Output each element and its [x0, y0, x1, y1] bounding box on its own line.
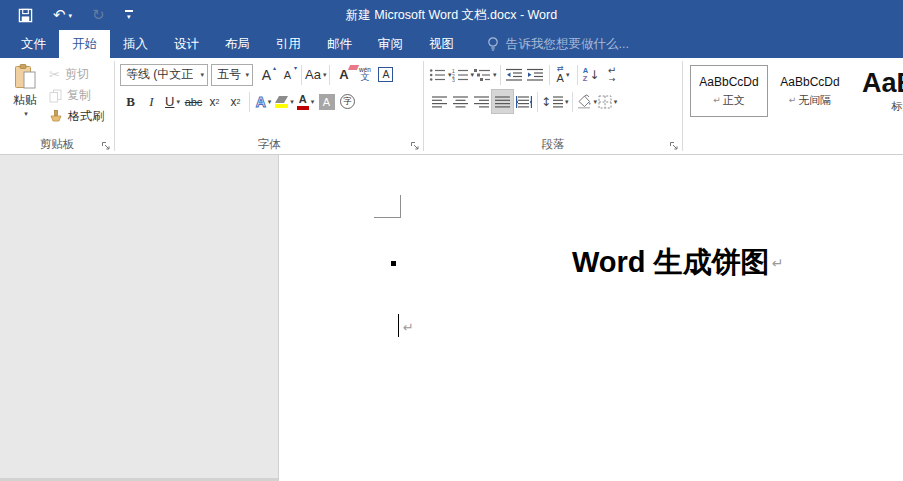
align-left-button[interactable] [429, 90, 450, 113]
document-page[interactable]: Word 生成饼图 ↵ ↵ [278, 155, 903, 481]
shading-button[interactable]: ▾ [576, 90, 598, 113]
change-case-button[interactable]: Aa▾ [305, 63, 326, 86]
style-preview: AaBbCcDd [699, 75, 758, 89]
subscript-number: 2 [216, 98, 220, 105]
undo-button[interactable]: ↶ ▾ [53, 8, 72, 23]
grow-font-button[interactable]: A▴ [256, 63, 277, 86]
tell-me-placeholder: 告诉我您想要做什么... [506, 36, 629, 53]
chevron-down-icon: ▾ [24, 110, 28, 117]
underline-button[interactable]: U▾ [162, 90, 183, 113]
multilevel-list-button[interactable]: ▾ [474, 63, 497, 86]
format-painter-label: 格式刷 [68, 108, 104, 125]
enclose-characters-button[interactable]: 字 [337, 90, 358, 113]
distribute-button[interactable] [513, 90, 534, 113]
font-name-combo[interactable]: 等线 (中文正 ▾ [120, 64, 208, 86]
text-effects-icon: A [256, 94, 266, 110]
highlighter-icon [275, 96, 288, 108]
line-spacing-button[interactable]: ↕ ▾ [541, 90, 569, 113]
style-preview: AaBbCcDd [780, 75, 839, 89]
style-normal[interactable]: AaBbCcDd ↵正文 [690, 65, 768, 117]
clear-formatting-button[interactable]: A [333, 63, 354, 86]
chevron-down-icon: ▾ [614, 98, 618, 105]
italic-label: I [149, 94, 153, 110]
align-right-button[interactable] [471, 90, 492, 113]
bullets-button[interactable]: ▾ [429, 63, 452, 86]
style-heading-1[interactable]: AaBbC 标题 1 [852, 65, 903, 117]
qat-customize-button[interactable]: ▾ [125, 10, 133, 20]
paste-button[interactable]: 粘贴 ▾ [3, 61, 47, 137]
sort-button[interactable]: AZ ↓ [581, 63, 602, 86]
subscript-button[interactable]: x2 [204, 90, 225, 113]
chevron-down-icon: ▾ [290, 98, 294, 105]
paragraph-mark-icon: ↵ [772, 255, 784, 271]
paragraph-dialog-launcher[interactable] [669, 141, 679, 151]
multilevel-list-icon [474, 68, 491, 82]
redo-button[interactable]: ↻ [92, 8, 105, 23]
italic-button[interactable]: I [141, 90, 162, 113]
styles-gallery: AaBbCcDd ↵正文 AaBbCcDd ↵无间隔 AaBbC 标题 1 [686, 61, 900, 117]
style-no-spacing[interactable]: AaBbCcDd ↵无间隔 [771, 65, 849, 117]
font-size-value: 五号 [217, 66, 241, 83]
paragraph-mark-icon: ↵ [403, 320, 414, 335]
numbered-list-icon: 123 [452, 68, 469, 82]
tab-layout[interactable]: 布局 [212, 30, 263, 58]
numbering-button[interactable]: 123 ▾ [452, 63, 475, 86]
superscript-button[interactable]: x2 [225, 90, 246, 113]
font-group-label: 字体 [118, 137, 420, 154]
tab-home[interactable]: 开始 [59, 30, 110, 58]
font-color-button[interactable]: A ▾ [295, 90, 316, 113]
text-highlight-button[interactable]: ▾ [274, 90, 295, 113]
copy-icon [49, 89, 62, 103]
character-border-icon: A [378, 67, 393, 82]
tab-label: 审阅 [378, 36, 403, 53]
tab-label: 布局 [225, 36, 250, 53]
asian-layout-button[interactable]: ⇄ A ▾ [553, 63, 574, 86]
tab-file[interactable]: 文件 [8, 30, 59, 58]
copy-button[interactable]: 复制 [49, 87, 104, 104]
character-border-button[interactable]: A [375, 63, 396, 86]
font-dialog-launcher[interactable] [410, 141, 420, 151]
strikethrough-button[interactable]: abc [183, 90, 204, 113]
shrink-font-button[interactable]: A▾ [277, 63, 298, 86]
caret-up-icon: ▴ [273, 64, 276, 71]
tab-mailings[interactable]: 邮件 [314, 30, 365, 58]
paste-label: 粘贴 [13, 92, 37, 109]
tab-insert[interactable]: 插入 [110, 30, 161, 58]
cut-button[interactable]: ✂ 剪切 [49, 66, 104, 83]
format-painter-button[interactable]: 格式刷 [49, 108, 104, 125]
justify-button[interactable] [492, 90, 513, 113]
styles-group: AaBbCcDd ↵正文 AaBbCcDd ↵无间隔 AaBbC 标题 1 [683, 58, 903, 154]
show-hide-marks-button[interactable]: ↵ → [602, 63, 623, 86]
paste-icon [13, 63, 38, 90]
increase-indent-button[interactable] [525, 63, 546, 86]
decrease-indent-button[interactable] [504, 63, 525, 86]
superscript-number: 2 [237, 98, 241, 105]
undo-icon: ↶ [53, 8, 66, 23]
borders-button[interactable]: ▾ [597, 90, 618, 113]
title-bar: ↶ ▾ ↻ ▾ 新建 Microsoft Word 文档.docx - Word [0, 0, 903, 30]
tab-view[interactable]: 视图 [416, 30, 467, 58]
tab-label: 邮件 [327, 36, 352, 53]
bold-button[interactable]: B [120, 90, 141, 113]
font-size-combo[interactable]: 五号 ▾ [211, 64, 253, 86]
tab-design[interactable]: 设计 [161, 30, 212, 58]
text-effects-button[interactable]: A▾ [253, 90, 274, 113]
ribbon: 粘贴 ▾ ✂ 剪切 复制 [0, 58, 903, 155]
decrease-indent-icon [506, 68, 523, 82]
lightbulb-icon [487, 36, 499, 52]
save-button[interactable] [18, 8, 33, 23]
phonetic-guide-button[interactable]: wén 文 [354, 63, 375, 86]
align-center-button[interactable] [450, 90, 471, 113]
tell-me-box[interactable]: 告诉我您想要做什么... [487, 30, 629, 58]
chevron-down-icon: ▾ [323, 71, 327, 78]
tab-references[interactable]: 引用 [263, 30, 314, 58]
clipboard-dialog-launcher[interactable] [101, 141, 111, 151]
document-heading[interactable]: Word 生成饼图 ↵ [572, 243, 783, 283]
copy-label: 复制 [67, 87, 91, 104]
character-shading-button[interactable]: A [316, 90, 337, 113]
underline-label: U [165, 94, 174, 109]
chevron-down-icon[interactable]: ▾ [69, 12, 73, 19]
tab-review[interactable]: 审阅 [365, 30, 416, 58]
caret-down-icon: ▾ [294, 64, 297, 71]
format-painter-icon [49, 110, 63, 124]
